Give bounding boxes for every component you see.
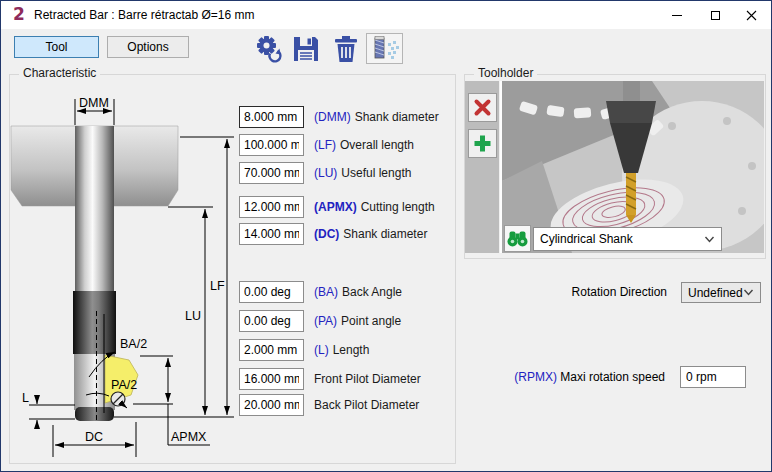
pa-input[interactable]	[239, 310, 304, 332]
lu-label: Useful length	[341, 166, 411, 180]
lf-input[interactable]	[239, 134, 304, 156]
pa-code: (PA)	[314, 314, 337, 328]
rotation-direction-label: Rotation Direction	[572, 285, 667, 299]
l-label: Length	[333, 343, 370, 357]
lu-code: (LU)	[314, 166, 337, 180]
save-icon[interactable]	[291, 34, 321, 64]
rotation-direction-value: Undefined	[688, 286, 743, 300]
lu-input[interactable]	[239, 162, 304, 184]
rpmx-label: (RPMX) Maxi rotation speed	[514, 370, 665, 384]
delete-tool-icon[interactable]	[331, 34, 361, 64]
chevron-down-icon	[743, 289, 754, 296]
close-icon	[746, 10, 757, 21]
front-pilot-label: Front Pilot Diameter	[314, 372, 421, 386]
minimize-icon	[672, 15, 682, 16]
characteristic-group-label: Characteristic	[19, 66, 100, 80]
minimize-button[interactable]	[659, 1, 695, 29]
rpmx-input[interactable]	[680, 366, 746, 388]
shank-type-dropdown[interactable]: Cylindrical Shank	[533, 227, 722, 251]
shank-type-value: Cylindrical Shank	[540, 232, 633, 246]
dmm-input[interactable]	[239, 106, 304, 128]
lf-label: Overall length	[340, 138, 414, 152]
lf-code: (LF)	[314, 138, 336, 152]
red-x-icon	[473, 98, 492, 117]
ba-input[interactable]	[239, 281, 304, 303]
pa-label: Point angle	[341, 314, 401, 328]
dmm-label: Shank diameter	[355, 110, 439, 124]
dialog-window: 2 Retracted Bar : Barre rétractab Ø=16 m…	[0, 0, 772, 472]
rpmx-label-text: Maxi rotation speed	[557, 370, 665, 384]
title-bar: 2 Retracted Bar : Barre rétractab Ø=16 m…	[1, 1, 771, 29]
apmx-label: Cutting length	[361, 200, 435, 214]
close-button[interactable]	[733, 1, 769, 29]
binoculars-icon	[507, 230, 528, 247]
l-code: (L)	[314, 343, 329, 357]
simulation-button-disabled[interactable]	[366, 33, 403, 64]
l-input[interactable]	[239, 339, 304, 361]
toolholder-group-label: Toolholder	[474, 66, 537, 80]
tool-chips-icon	[367, 34, 402, 63]
dc-code: (DC)	[314, 227, 339, 241]
apmx-input[interactable]	[239, 196, 304, 218]
apmx-code: (APMX)	[314, 200, 357, 214]
add-toolholder-button[interactable]	[468, 129, 497, 158]
rotation-direction-dropdown[interactable]: Undefined	[681, 282, 761, 303]
back-pilot-input[interactable]	[239, 394, 304, 416]
front-pilot-input[interactable]	[239, 368, 304, 390]
remove-toolholder-button[interactable]	[468, 93, 497, 122]
tab-options[interactable]: Options	[107, 36, 189, 58]
app-logo-icon: 2	[10, 5, 28, 23]
tab-tool[interactable]: Tool	[14, 36, 99, 58]
dc-label: Shank diameter	[343, 227, 427, 241]
ba-label: Back Angle	[342, 285, 402, 299]
green-plus-icon	[473, 134, 492, 153]
dc-input[interactable]	[239, 223, 304, 245]
dmm-code: (DMM)	[314, 110, 351, 124]
maximize-button[interactable]	[697, 1, 733, 29]
back-pilot-label: Back Pilot Diameter	[314, 398, 419, 412]
rpmx-code: (RPMX)	[514, 370, 557, 384]
maximize-icon	[711, 11, 720, 20]
search-toolholder-button[interactable]	[504, 225, 531, 252]
ba-code: (BA)	[314, 285, 338, 299]
settings-refresh-icon[interactable]	[253, 34, 283, 64]
chevron-down-icon	[704, 236, 715, 243]
window-title: Retracted Bar : Barre rétractab Ø=16 mm	[34, 8, 254, 22]
